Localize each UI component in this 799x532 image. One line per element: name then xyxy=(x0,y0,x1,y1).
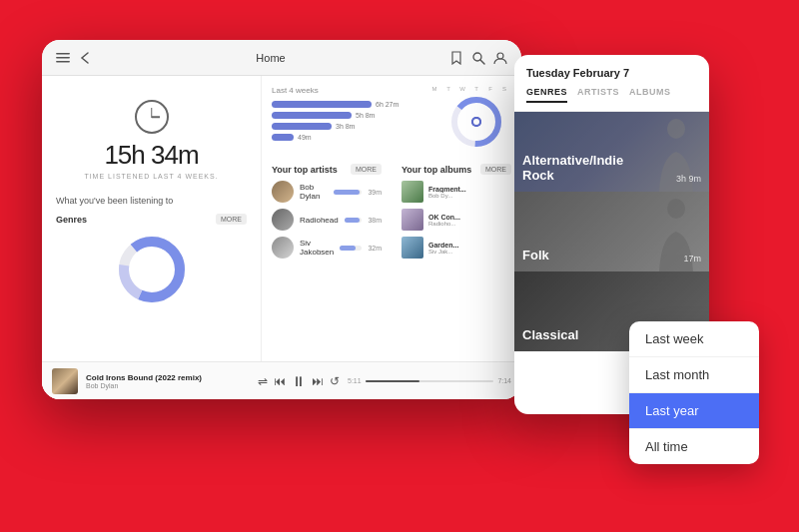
artist-name-3: Siv Jakobsen xyxy=(300,239,334,257)
day-w: W xyxy=(457,86,467,92)
bar-row-2: 5h 8m xyxy=(272,112,431,119)
genres-label: Genres xyxy=(56,215,87,225)
tab-genres[interactable]: GENRES xyxy=(526,87,567,103)
genre-name-1: Alternative/IndieRock xyxy=(522,153,623,184)
dropdown-last-month[interactable]: Last month xyxy=(629,357,759,392)
mobile-header: Tuesday February 7 GENRES ARTISTS ALBUMS xyxy=(514,55,709,112)
svg-line-4 xyxy=(480,60,484,64)
artist-avatar-3 xyxy=(272,237,294,259)
bar-track-2 xyxy=(272,112,352,119)
artists-title: Your top artists xyxy=(272,165,338,175)
bottom-row: Your top artists MORE Bob Dylan 39m Radi… xyxy=(262,158,521,361)
bar-track-4 xyxy=(272,134,294,141)
now-playing-artist: Bob Dylan xyxy=(86,382,250,389)
donut-container xyxy=(56,231,247,308)
bookmark-icon[interactable] xyxy=(449,51,463,65)
time-value: 15h 34m xyxy=(104,140,198,171)
bar-track-3 xyxy=(272,123,332,130)
next-icon[interactable]: ⏭ xyxy=(312,374,324,388)
artist-row-3: Siv Jakobsen 32m xyxy=(272,237,382,259)
albums-header: Your top albums MORE xyxy=(401,164,511,175)
tab-artists[interactable]: ARTISTS xyxy=(577,87,619,103)
now-playing-bar: Cold Irons Bound (2022 remix) Bob Dylan … xyxy=(42,361,521,399)
progress-bar-fill xyxy=(366,380,419,382)
repeat-icon[interactable]: ↺ xyxy=(330,374,340,388)
album-thumb-1 xyxy=(401,181,423,203)
artist-row-1: Bob Dylan 39m xyxy=(272,181,382,203)
menu-icon[interactable] xyxy=(56,51,70,65)
album-artist-1: Bob Dy... xyxy=(428,193,511,199)
genres-donut-chart xyxy=(117,235,187,304)
bar-chart-label: Last 4 weeks xyxy=(272,86,431,95)
listening-section: What you've been listening to Genres MOR… xyxy=(56,196,247,385)
topbar-left xyxy=(56,51,92,65)
bar-track-1 xyxy=(272,101,372,108)
stats-top: Last 4 weeks 6h 27m 5h 8m 3h 8m xyxy=(262,76,521,158)
album-info-2: OK Con... Radioho... xyxy=(428,214,511,227)
dropdown-menu: Last week Last month Last year All time xyxy=(629,321,759,464)
artist-bar-2 xyxy=(345,218,360,223)
genre-card-1[interactable]: Alternative/IndieRock 3h 9m xyxy=(514,112,709,192)
artists-header: Your top artists MORE xyxy=(272,164,382,175)
bar-row-3: 3h 8m xyxy=(272,123,431,130)
genres-more-button[interactable]: MORE xyxy=(216,214,247,225)
album-info-3: Garden... Siv Jak... xyxy=(428,242,511,255)
now-playing-thumb xyxy=(52,368,78,394)
mobile-date: Tuesday February 7 xyxy=(526,67,697,79)
profile-icon[interactable] xyxy=(493,51,507,65)
dropdown-last-week[interactable]: Last week xyxy=(629,321,759,356)
day-f: F xyxy=(485,86,495,92)
play-icon[interactable]: ⏸ xyxy=(292,373,306,389)
artist-bar-container-3 xyxy=(340,246,362,251)
tablet-topbar: Home xyxy=(42,40,521,76)
time-current: 5:11 xyxy=(348,377,362,384)
search-icon[interactable] xyxy=(471,51,485,65)
genre-card-2[interactable]: Folk 17m xyxy=(514,192,709,271)
page-title: Home xyxy=(256,52,285,64)
genre-time-1: 3h 9m xyxy=(676,174,701,184)
prev-icon[interactable]: ⏮ xyxy=(274,374,286,388)
time-label: TIME LISTENED LAST 4 WEEKS. xyxy=(84,173,218,180)
album-info-1: Fragment... Bob Dy... xyxy=(428,186,511,199)
artists-section: Your top artists MORE Bob Dylan 39m Radi… xyxy=(262,158,392,361)
progress-bar[interactable] xyxy=(366,380,494,382)
now-playing-controls[interactable]: ⇌ ⏮ ⏸ ⏭ ↺ xyxy=(258,373,340,389)
genre-cards: Alternative/IndieRock 3h 9m Folk 17m Cla… xyxy=(514,112,709,351)
album-title-1: Fragment... xyxy=(428,186,511,193)
artist-row-2: Radiohead 38m xyxy=(272,209,382,231)
left-panel: 15h 34m TIME LISTENED LAST 4 WEEKS. What… xyxy=(42,76,262,399)
day-m: M xyxy=(429,86,439,92)
bar-val-2: 5h 8m xyxy=(356,112,375,119)
bar-val-3: 3h 8m xyxy=(336,123,355,130)
artist-time-3: 32m xyxy=(368,245,382,252)
now-playing-title: Cold Irons Bound (2022 remix) xyxy=(86,373,250,382)
artist-bar-container-1 xyxy=(334,190,362,195)
back-icon[interactable] xyxy=(78,51,92,65)
album-row-3: Garden... Siv Jak... xyxy=(401,237,511,259)
genre-name-3: Classical xyxy=(522,327,578,343)
artist-time-2: 38m xyxy=(368,217,382,224)
day-labels: M T W T F S S xyxy=(429,86,521,92)
tab-albums[interactable]: ALBUMS xyxy=(629,87,671,103)
artists-more-button[interactable]: MORE xyxy=(351,164,382,175)
bar-row-4: 49m xyxy=(272,134,431,141)
tablet: Home 15h 34m TIME LISTENED LAST 4 WEEKS.… xyxy=(42,40,521,399)
topbar-right xyxy=(449,51,507,65)
albums-title: Your top albums xyxy=(401,165,471,175)
day-s: S xyxy=(499,86,509,92)
time-total: 7:14 xyxy=(497,377,511,384)
albums-more-button[interactable]: MORE xyxy=(480,164,511,175)
dropdown-all-time[interactable]: All time xyxy=(629,429,759,464)
artist-avatar-1 xyxy=(272,181,294,203)
genre-overlay-2: Folk 17m xyxy=(514,192,709,271)
shuffle-icon[interactable]: ⇌ xyxy=(258,374,268,388)
genre-overlay-1: Alternative/IndieRock 3h 9m xyxy=(514,112,709,192)
dropdown-last-year[interactable]: Last year xyxy=(629,393,759,428)
day-t: T xyxy=(443,86,453,92)
albums-section: Your top albums MORE Fragment... Bob Dy.… xyxy=(392,158,521,361)
bar-val-4: 49m xyxy=(298,134,312,141)
clock-icon xyxy=(135,100,169,134)
album-thumb-2 xyxy=(401,209,423,231)
tablet-content: 15h 34m TIME LISTENED LAST 4 WEEKS. What… xyxy=(42,76,521,399)
svg-point-5 xyxy=(497,53,503,59)
